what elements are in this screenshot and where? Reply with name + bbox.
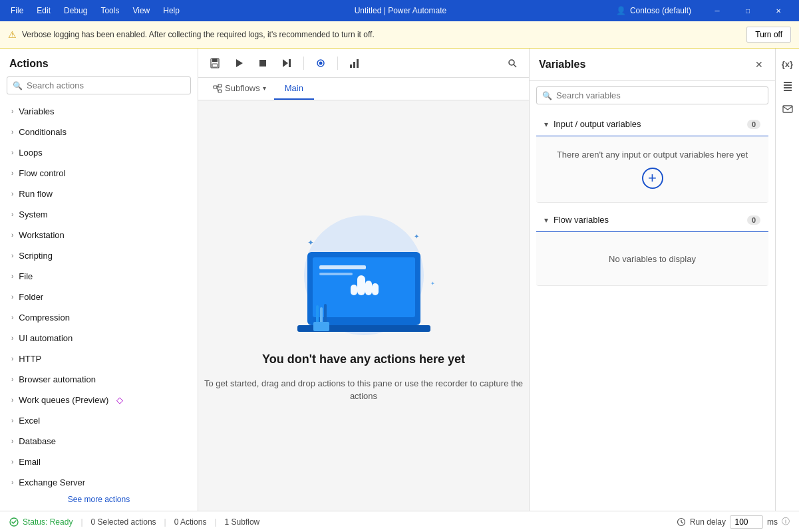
- action-item-folder[interactable]: › Folder: [0, 287, 198, 307]
- action-label: UI automation: [19, 333, 73, 343]
- status-separator: |: [80, 517, 82, 527]
- mail-icon[interactable]: [778, 99, 798, 119]
- layers-icon[interactable]: [778, 76, 798, 96]
- svg-text:✦: ✦: [430, 281, 435, 287]
- svg-rect-31: [365, 281, 372, 295]
- variables-panel: Variables ✕ 🔍 ▾ Input / output variables…: [529, 49, 775, 511]
- action-item-ui-automation[interactable]: › UI automation: [0, 328, 198, 348]
- chevron-icon: ›: [11, 170, 13, 177]
- action-item-scripting[interactable]: › Scripting: [0, 245, 198, 266]
- chart-button[interactable]: [345, 54, 365, 72]
- menu-edit[interactable]: Edit: [31, 3, 56, 18]
- action-item-system[interactable]: › System: [0, 204, 198, 225]
- chevron-icon: ›: [11, 252, 13, 259]
- close-button[interactable]: ✕: [763, 0, 794, 21]
- action-item-excel[interactable]: › Excel: [0, 410, 198, 431]
- svg-rect-4: [259, 60, 266, 66]
- action-item-variables[interactable]: › Variables: [0, 101, 198, 122]
- subflow-count: 1 Subflow: [225, 517, 260, 527]
- menu-file[interactable]: File: [5, 3, 29, 18]
- add-input-output-variable-button[interactable]: +: [642, 168, 663, 189]
- action-item-conditionals[interactable]: › Conditionals: [0, 122, 198, 142]
- account-info[interactable]: 👤 Contoso (default): [616, 6, 691, 15]
- chevron-icon: ›: [11, 108, 13, 115]
- collapse-icon: ▾: [544, 215, 548, 225]
- action-label: Browser automation: [19, 374, 96, 384]
- toolbar-separator-2: [337, 57, 338, 70]
- flow-variables-empty-message: No variables to display: [609, 254, 696, 264]
- variables-panel-title: Variables: [539, 59, 752, 70]
- variables-search-input[interactable]: [556, 90, 762, 100]
- svg-rect-9: [350, 65, 352, 68]
- input-output-empty-message: There aren't any input or output variabl…: [557, 150, 748, 160]
- chevron-icon: ›: [11, 211, 13, 218]
- actions-count: 0 Actions: [174, 517, 207, 527]
- svg-line-18: [217, 87, 218, 91]
- svg-rect-14: [214, 86, 217, 88]
- right-icon-bar: {x}: [775, 49, 799, 511]
- svg-rect-39: [784, 87, 792, 88]
- svg-point-8: [319, 61, 323, 65]
- tab-subflows[interactable]: Subflows ▾: [205, 78, 274, 100]
- actions-search-box[interactable]: 🔍: [7, 76, 191, 94]
- action-item-workstation[interactable]: › Workstation: [0, 225, 198, 245]
- flow-variables-header[interactable]: ▾ Flow variables 0: [536, 208, 768, 232]
- variables-close-button[interactable]: ✕: [752, 57, 766, 72]
- minimize-button[interactable]: ─: [702, 0, 732, 21]
- action-label: HTTP: [19, 354, 41, 364]
- play-button[interactable]: [229, 54, 249, 72]
- menu-tools[interactable]: Tools: [95, 3, 124, 18]
- actions-search-input[interactable]: [27, 80, 185, 90]
- actions-search-icon: 🔍: [13, 81, 23, 90]
- action-item-http[interactable]: › HTTP: [0, 348, 198, 369]
- menu-view[interactable]: View: [127, 3, 155, 18]
- action-item-browser-automation[interactable]: › Browser automation: [0, 369, 198, 390]
- action-item-loops[interactable]: › Loops: [0, 142, 198, 163]
- action-item-exchange-server[interactable]: › Exchange Server: [0, 472, 198, 488]
- svg-rect-42: [783, 106, 792, 112]
- action-item-flow-control[interactable]: › Flow control: [0, 163, 198, 184]
- search-flow-button[interactable]: [502, 54, 522, 72]
- record-button[interactable]: [311, 54, 331, 72]
- run-delay-input[interactable]: [730, 515, 763, 529]
- svg-rect-27: [319, 265, 366, 269]
- svg-marker-3: [236, 59, 243, 67]
- flow-canvas[interactable]: ✦ ✦ ✦ ✦ ✦: [198, 100, 529, 511]
- run-delay-box: Run delay ms ⓘ: [677, 515, 790, 529]
- tab-main[interactable]: Main: [274, 78, 314, 100]
- action-label: Excel: [19, 416, 40, 426]
- statusbar: Status: Ready | 0 Selected actions | 0 A…: [0, 511, 799, 532]
- turn-off-button[interactable]: Turn off: [746, 27, 791, 43]
- svg-rect-11: [357, 59, 359, 68]
- svg-rect-28: [319, 273, 353, 275]
- input-output-variables-header[interactable]: ▾ Input / output variables 0: [536, 112, 768, 136]
- stop-button[interactable]: [253, 54, 273, 72]
- svg-rect-41: [784, 90, 792, 91]
- variables-search-box[interactable]: 🔍: [536, 86, 768, 104]
- menu-debug[interactable]: Debug: [59, 3, 92, 18]
- run-delay-info-icon[interactable]: ⓘ: [782, 516, 790, 527]
- action-item-email[interactable]: › Email: [0, 452, 198, 472]
- action-label: Workstation: [19, 230, 64, 240]
- status-ready: Status: Ready: [9, 517, 73, 527]
- selected-actions-count: 0 Selected actions: [91, 517, 156, 527]
- action-item-database[interactable]: › Database: [0, 431, 198, 452]
- titlebar: File Edit Debug Tools View Help Untitled…: [0, 0, 799, 21]
- svg-rect-1: [212, 59, 218, 62]
- step-button[interactable]: [277, 54, 297, 72]
- action-item-run-flow[interactable]: › Run flow: [0, 184, 198, 204]
- variables-toggle-icon[interactable]: {x}: [778, 54, 798, 74]
- chevron-icon: ›: [11, 479, 13, 486]
- action-item-file[interactable]: › File: [0, 266, 198, 287]
- menu-help[interactable]: Help: [158, 3, 185, 18]
- toolbar-separator: [303, 57, 304, 70]
- account-name: Contoso (default): [630, 6, 691, 15]
- action-item-compression[interactable]: › Compression: [0, 307, 198, 328]
- see-more-actions[interactable]: See more actions: [0, 488, 198, 511]
- chevron-icon: ›: [11, 438, 13, 445]
- save-button[interactable]: [205, 54, 225, 72]
- svg-rect-37: [313, 322, 329, 331]
- action-item-work-queues[interactable]: › Work queues (Preview) ◇: [0, 390, 198, 410]
- maximize-button[interactable]: □: [732, 0, 763, 21]
- flow-variables-count-badge: 0: [747, 215, 760, 225]
